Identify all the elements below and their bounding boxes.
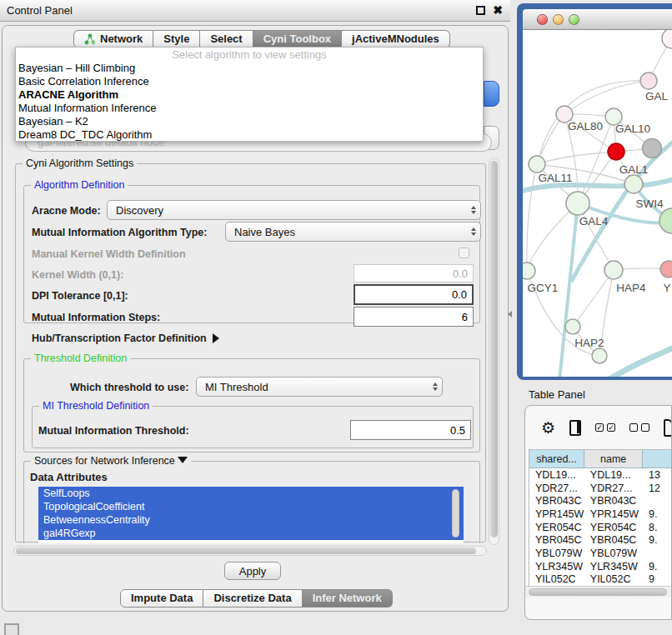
table-row[interactable]: YIL052CYIL052C9 bbox=[529, 573, 672, 587]
table-cell: YIL052C bbox=[584, 573, 643, 587]
manual-kernel-checkbox[interactable] bbox=[459, 248, 469, 258]
node-label: HAP4 bbox=[616, 282, 646, 294]
tab-discretize-data[interactable]: Discretize Data bbox=[203, 589, 302, 608]
tab-cyni-toolbox[interactable]: Cyni Toolbox bbox=[253, 30, 342, 48]
gear-icon[interactable]: ⚙ bbox=[541, 420, 555, 436]
tab-infer-network[interactable]: Infer Network bbox=[303, 589, 393, 608]
network-window-titlebar bbox=[523, 9, 672, 30]
algorithm-option[interactable]: Mutual Information Inference bbox=[16, 102, 483, 115]
new-table-icon[interactable] bbox=[664, 419, 672, 437]
table-row[interactable]: YPR145WYPR145W9. bbox=[529, 508, 672, 521]
network-node-gal11[interactable] bbox=[529, 156, 545, 172]
splitter-handle[interactable] bbox=[508, 311, 512, 318]
table-hscroll-thumb[interactable] bbox=[529, 588, 667, 596]
network-node[interactable] bbox=[643, 139, 662, 158]
table-cell: YLR345W bbox=[584, 560, 643, 573]
collapsed-arrow-icon bbox=[213, 333, 219, 343]
tab-label: jActiveMNodules bbox=[352, 31, 439, 48]
tab-style[interactable]: Style bbox=[153, 30, 200, 48]
algorithm-option[interactable]: Basic Correlation Inference bbox=[16, 75, 483, 88]
network-node-gal1[interactable] bbox=[608, 143, 624, 160]
table-cell: YDL19... bbox=[529, 468, 584, 482]
table-column-header[interactable] bbox=[643, 450, 672, 468]
settings-vscroll-thumb[interactable] bbox=[490, 161, 498, 538]
table-row[interactable]: YBR045CYBR045C9. bbox=[529, 533, 672, 547]
data-attributes-label: Data Attributes bbox=[30, 471, 108, 483]
float-panel-icon[interactable] bbox=[476, 6, 485, 15]
dpi-tolerance-field[interactable]: 0.0 bbox=[354, 284, 474, 305]
network-node-gal[interactable] bbox=[640, 72, 657, 89]
node-label: GAL80 bbox=[568, 120, 603, 132]
settings-hscroll-thumb[interactable] bbox=[16, 548, 476, 554]
table-cell: YIL052C bbox=[529, 573, 584, 587]
algorithm-option[interactable]: Dream8 DC_TDC Algorithm bbox=[16, 128, 483, 142]
sources-title[interactable]: Sources for Network Inference bbox=[31, 455, 191, 467]
settings-horizontal-scrollbar[interactable] bbox=[13, 546, 487, 556]
table-row[interactable]: YLR345WYLR345W9. bbox=[529, 560, 672, 573]
attributes-scrollbar[interactable] bbox=[452, 489, 459, 538]
columns-icon[interactable] bbox=[569, 420, 581, 436]
zoom-window-button[interactable] bbox=[569, 14, 579, 25]
tab-network[interactable]: Network bbox=[73, 30, 153, 48]
table-horizontal-scrollbar[interactable] bbox=[525, 586, 672, 598]
network-node-gal4[interactable] bbox=[566, 192, 589, 215]
aracne-mode-combo[interactable]: Discovery bbox=[107, 200, 481, 220]
kernel-width-label: Kernel Width (0,1): bbox=[32, 269, 123, 281]
hub-definition-toggle[interactable]: Hub/Transcription Factor Definition bbox=[32, 332, 219, 344]
which-threshold-label: Which threshold to use: bbox=[70, 382, 188, 393]
network-node[interactable] bbox=[662, 30, 672, 48]
tab-select[interactable]: Select bbox=[200, 30, 253, 48]
algorithm-option[interactable]: ARACNE Algorithm bbox=[16, 88, 483, 102]
close-panel-icon[interactable]: ✖ bbox=[493, 3, 503, 17]
mi-threshold-field[interactable]: 0.5 bbox=[350, 420, 471, 440]
data-attributes-list[interactable]: SelfLoopsTopologicalCoefficientBetweenne… bbox=[38, 487, 464, 543]
table-column-header[interactable]: name bbox=[584, 450, 643, 468]
network-node[interactable] bbox=[592, 348, 607, 363]
close-window-button[interactable] bbox=[537, 14, 548, 25]
table-panel-title: Table Panel bbox=[529, 388, 585, 401]
select-all-checkboxes-icon[interactable]: ✓✓ bbox=[595, 423, 615, 432]
mi-steps-field[interactable]: 6 bbox=[354, 307, 474, 327]
apply-button[interactable]: Apply bbox=[224, 562, 281, 580]
algorithm-option[interactable]: Bayesian – Hill Climbing bbox=[16, 62, 483, 75]
table-cell: 9. bbox=[643, 508, 672, 521]
attribute-item[interactable]: TopologicalCoefficient bbox=[38, 500, 464, 513]
minimized-panel-icon[interactable] bbox=[4, 623, 19, 635]
deselect-all-checkboxes-icon[interactable] bbox=[629, 423, 649, 432]
focused-combo-button[interactable] bbox=[484, 81, 499, 107]
algorithm-dropdown-popup: Select algorithm to view settings Bayesi… bbox=[15, 47, 484, 142]
network-node-hap2[interactable] bbox=[565, 319, 580, 334]
algorithm-list: Bayesian – Hill ClimbingBasic Correlatio… bbox=[16, 62, 483, 142]
algorithm-option[interactable]: Bayesian – K2 bbox=[16, 115, 483, 128]
table-cell: YBL079W bbox=[529, 547, 584, 560]
table-cell: 8. bbox=[643, 521, 672, 534]
table-row[interactable]: YER054CYER054C8. bbox=[529, 521, 672, 534]
minimize-window-button[interactable] bbox=[553, 14, 564, 25]
settings-vertical-scrollbar[interactable] bbox=[489, 158, 499, 545]
table-row[interactable]: YBL079WYBL079W bbox=[529, 547, 672, 560]
manual-kernel-label: Manual Kernel Width Definition bbox=[32, 248, 186, 260]
network-node-y[interactable] bbox=[660, 261, 672, 278]
kernel-width-field[interactable]: 0.0 bbox=[354, 264, 474, 282]
data-attributes-items: SelfLoopsTopologicalCoefficientBetweenne… bbox=[38, 487, 464, 540]
tab-impute-data[interactable]: Impute Data bbox=[120, 589, 203, 608]
which-threshold-combo[interactable]: MI Threshold bbox=[196, 377, 443, 397]
network-node-gcy1[interactable] bbox=[523, 262, 535, 279]
attribute-item[interactable]: SelfLoops bbox=[38, 487, 464, 500]
network-node-swi4[interactable] bbox=[624, 175, 643, 193]
combo-arrows-icon bbox=[471, 206, 476, 214]
attribute-item[interactable]: gal4RGexp bbox=[38, 527, 464, 540]
table-column-header[interactable]: shared... bbox=[529, 450, 584, 468]
table-row[interactable]: YBR043CYBR043C bbox=[529, 494, 672, 508]
tab-jactivemnodules[interactable]: jActiveMNodules bbox=[342, 30, 450, 48]
node-label: GCY1 bbox=[528, 282, 559, 294]
table-cell: 9. bbox=[643, 560, 672, 573]
network-node-hap4[interactable] bbox=[604, 261, 623, 279]
attribute-item[interactable]: BetweennessCentrality bbox=[38, 513, 464, 527]
tab-label: Style bbox=[163, 31, 189, 48]
network-canvas[interactable]: GALGAL80GAL10GAL1SWI4GAL11GAL4GCY1HAP4YH… bbox=[523, 30, 672, 377]
table-cell: 13 bbox=[643, 468, 672, 482]
table-row[interactable]: YDR27...YDR27...12 bbox=[529, 482, 672, 495]
mi-type-combo[interactable]: Naive Bayes bbox=[225, 222, 481, 242]
table-row[interactable]: YDL19...YDL19...13 bbox=[529, 468, 672, 482]
